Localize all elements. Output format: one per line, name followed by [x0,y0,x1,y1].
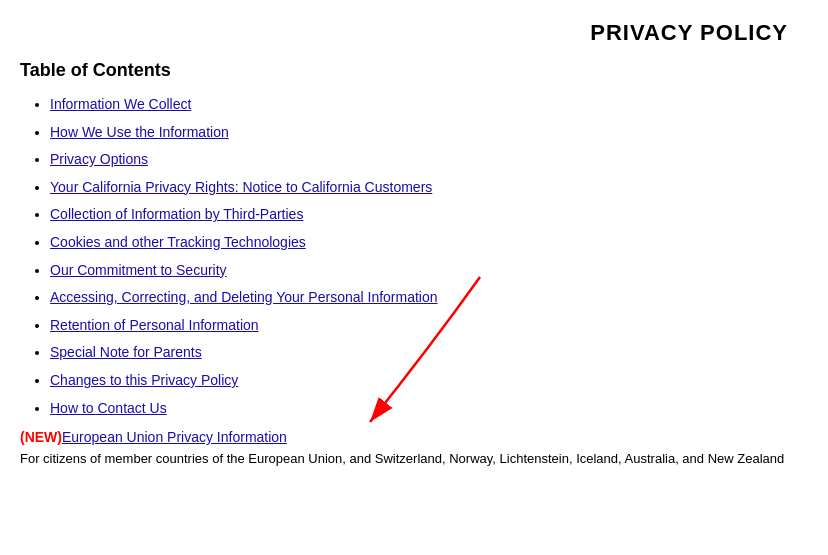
toc-link-3[interactable]: Your California Privacy Rights: Notice t… [50,179,432,195]
list-item: Privacy Options [50,146,808,173]
footer-text: For citizens of member countries of the … [20,451,808,466]
toc-container: Table of Contents Information We Collect… [20,60,808,466]
toc-link-8[interactable]: Retention of Personal Information [50,317,259,333]
toc-heading: Table of Contents [20,60,808,81]
list-item: Information We Collect [50,91,808,118]
list-item: How to Contact Us [50,395,808,422]
list-item: Your California Privacy Rights: Notice t… [50,174,808,201]
toc-link-1[interactable]: How We Use the Information [50,124,229,140]
new-badge: (NEW) [20,429,62,445]
list-item: How We Use the Information [50,119,808,146]
list-item: Retention of Personal Information [50,312,808,339]
list-item: Special Note for Parents [50,339,808,366]
toc-link-2[interactable]: Privacy Options [50,151,148,167]
toc-link-5[interactable]: Cookies and other Tracking Technologies [50,234,306,250]
toc-link-9[interactable]: Special Note for Parents [50,344,202,360]
toc-link-7[interactable]: Accessing, Correcting, and Deleting Your… [50,289,438,305]
new-section: (NEW)European Union Privacy Information [20,429,808,445]
page-title: PRIVACY POLICY [20,10,808,60]
list-item: Our Commitment to Security [50,257,808,284]
list-item: Collection of Information by Third-Parti… [50,201,808,228]
toc-link-10[interactable]: Changes to this Privacy Policy [50,372,238,388]
toc-link-11[interactable]: How to Contact Us [50,400,167,416]
list-item: Accessing, Correcting, and Deleting Your… [50,284,808,311]
list-item: Changes to this Privacy Policy [50,367,808,394]
toc-link-4[interactable]: Collection of Information by Third-Parti… [50,206,303,222]
toc-link-0[interactable]: Information We Collect [50,96,191,112]
toc-link-6[interactable]: Our Commitment to Security [50,262,227,278]
list-item: Cookies and other Tracking Technologies [50,229,808,256]
eu-privacy-link[interactable]: European Union Privacy Information [62,429,287,445]
toc-list: Information We CollectHow We Use the Inf… [20,91,808,421]
